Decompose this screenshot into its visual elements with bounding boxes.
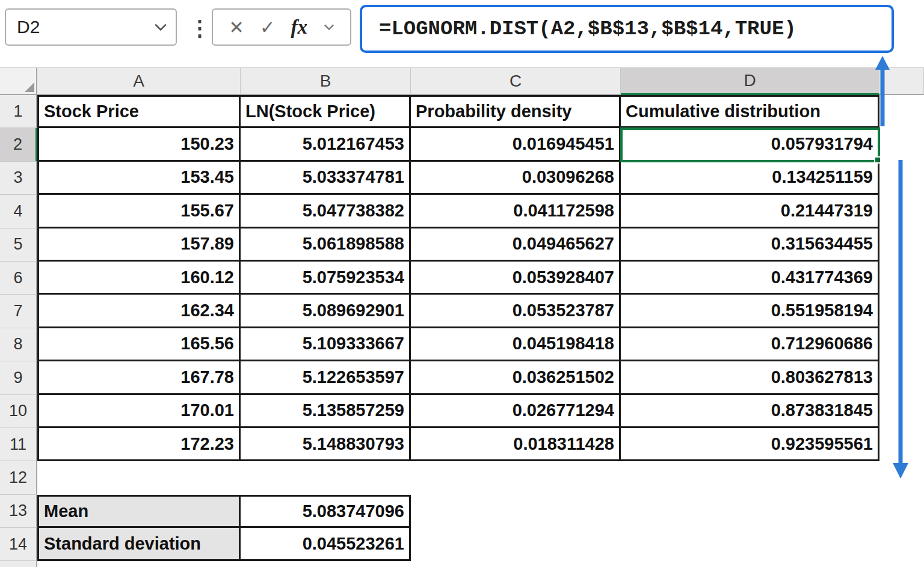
cancel-icon[interactable]: ✕ <box>229 17 244 38</box>
cell-C13[interactable] <box>411 495 621 528</box>
cell-C3[interactable]: 0.03096268 <box>411 162 621 195</box>
column-header-D[interactable]: D <box>621 68 879 95</box>
cell-E4[interactable] <box>879 195 924 228</box>
cell-D2[interactable]: 0.057931794 <box>621 128 879 161</box>
cell-D15[interactable] <box>621 561 879 567</box>
cell-E13[interactable] <box>879 495 924 528</box>
cell-C12[interactable] <box>411 461 621 494</box>
cell-B2[interactable]: 5.012167453 <box>241 128 411 161</box>
cell-D9[interactable]: 0.803627813 <box>621 361 879 394</box>
cell-A14[interactable]: Standard deviation <box>37 528 241 561</box>
cell-B6[interactable]: 5.075923534 <box>241 262 411 295</box>
cell-D1[interactable]: Cumulative distribution <box>621 95 879 128</box>
row-header-9[interactable]: 9 <box>0 361 37 394</box>
cell-D3[interactable]: 0.134251159 <box>621 162 879 195</box>
row-header-7[interactable]: 7 <box>0 295 37 328</box>
cell-E5[interactable] <box>879 228 924 262</box>
cell-D5[interactable]: 0.315634455 <box>621 228 879 262</box>
cell-A9[interactable]: 167.78 <box>37 361 241 394</box>
row-header-10[interactable]: 10 <box>0 395 37 428</box>
cell-C4[interactable]: 0.041172598 <box>411 195 621 228</box>
row-header-2[interactable]: 2 <box>0 128 37 161</box>
cell-E15[interactable] <box>879 561 924 567</box>
cell-C9[interactable]: 0.036251502 <box>411 361 621 394</box>
cell-B4[interactable]: 5.047738382 <box>241 195 411 228</box>
row-header-5[interactable]: 5 <box>0 228 37 262</box>
cell-E12[interactable] <box>879 461 924 494</box>
cell-A3[interactable]: 153.45 <box>37 162 241 195</box>
cell-D13[interactable] <box>621 495 879 528</box>
row-header-3[interactable]: 3 <box>0 162 37 195</box>
cell-A6[interactable]: 160.12 <box>37 262 241 295</box>
cell-B5[interactable]: 5.061898588 <box>241 228 411 262</box>
cell-B11[interactable]: 5.148830793 <box>241 428 411 461</box>
cell-B8[interactable]: 5.109333667 <box>241 328 411 361</box>
column-header-C[interactable]: C <box>411 68 621 95</box>
cell-C10[interactable]: 0.026771294 <box>411 395 621 428</box>
column-header-A[interactable]: A <box>37 68 241 95</box>
cell-E11[interactable] <box>879 428 924 461</box>
row-header-14[interactable]: 14 <box>0 528 37 561</box>
cell-B13[interactable]: 5.083747096 <box>241 495 411 528</box>
cell-A15[interactable] <box>37 561 241 567</box>
cell-C6[interactable]: 0.053928407 <box>411 262 621 295</box>
cell-B12[interactable] <box>241 461 411 494</box>
cell-E14[interactable] <box>879 528 924 561</box>
row-header-6[interactable]: 6 <box>0 262 37 295</box>
chevron-down-icon[interactable] <box>154 23 167 31</box>
cell-E10[interactable] <box>879 395 924 428</box>
cell-B15[interactable] <box>241 561 411 567</box>
cell-E8[interactable] <box>879 328 924 361</box>
column-header-B[interactable]: B <box>241 68 411 95</box>
cell-B1[interactable]: LN(Stock Price) <box>241 95 411 128</box>
cell-A1[interactable]: Stock Price <box>37 95 241 128</box>
cell-E3[interactable] <box>879 162 924 195</box>
cell-C2[interactable]: 0.016945451 <box>411 128 621 161</box>
row-header-8[interactable]: 8 <box>0 328 37 361</box>
formula-input[interactable]: =LOGNORM.DIST(A2,$B$13,$B$14,TRUE) <box>360 5 894 53</box>
cell-D6[interactable]: 0.431774369 <box>621 262 879 295</box>
cell-A5[interactable]: 157.89 <box>37 228 241 262</box>
cell-C1[interactable]: Probability density <box>411 95 621 128</box>
cell-D12[interactable] <box>621 461 879 494</box>
cell-A7[interactable]: 162.34 <box>37 295 241 328</box>
cell-B3[interactable]: 5.033374781 <box>241 162 411 195</box>
cell-C7[interactable]: 0.053523787 <box>411 295 621 328</box>
cell-C5[interactable]: 0.049465627 <box>411 228 621 262</box>
row-header-1[interactable]: 1 <box>0 95 37 128</box>
cell-E7[interactable] <box>879 295 924 328</box>
cell-E6[interactable] <box>879 262 924 295</box>
cell-C11[interactable]: 0.018311428 <box>411 428 621 461</box>
row-header-15[interactable] <box>0 561 37 567</box>
cell-D7[interactable]: 0.551958194 <box>621 295 879 328</box>
cell-A11[interactable]: 172.23 <box>37 428 241 461</box>
row-header-4[interactable]: 4 <box>0 195 37 228</box>
name-box[interactable]: D2 <box>5 8 177 46</box>
row-header-12[interactable]: 12 <box>0 461 37 494</box>
cell-E2[interactable] <box>879 128 924 161</box>
cell-D14[interactable] <box>621 528 879 561</box>
cell-E9[interactable] <box>879 361 924 394</box>
cell-D4[interactable]: 0.21447319 <box>621 195 879 228</box>
cell-D8[interactable]: 0.712960686 <box>621 328 879 361</box>
cell-A2[interactable]: 150.23 <box>37 128 241 161</box>
column-header-filler[interactable] <box>879 68 924 95</box>
cell-B14[interactable]: 0.045523261 <box>241 528 411 561</box>
cell-E1[interactable] <box>879 95 924 128</box>
cell-C8[interactable]: 0.045198418 <box>411 328 621 361</box>
row-header-13[interactable]: 13 <box>0 495 37 528</box>
cell-C14[interactable] <box>411 528 621 561</box>
cell-A10[interactable]: 170.01 <box>37 395 241 428</box>
insert-function-icon[interactable]: fx <box>291 16 308 38</box>
cell-B10[interactable]: 5.135857259 <box>241 395 411 428</box>
cell-D11[interactable]: 0.923595561 <box>621 428 879 461</box>
cell-C15[interactable] <box>411 561 621 567</box>
cell-D10[interactable]: 0.873831845 <box>621 395 879 428</box>
chevron-down-icon[interactable] <box>324 23 334 31</box>
cell-A12[interactable] <box>37 461 241 494</box>
cell-B9[interactable]: 5.122653597 <box>241 361 411 394</box>
cell-A13[interactable]: Mean <box>37 495 241 528</box>
select-all-corner[interactable] <box>0 68 37 95</box>
enter-icon[interactable]: ✓ <box>260 17 275 38</box>
fill-handle[interactable] <box>874 156 881 164</box>
